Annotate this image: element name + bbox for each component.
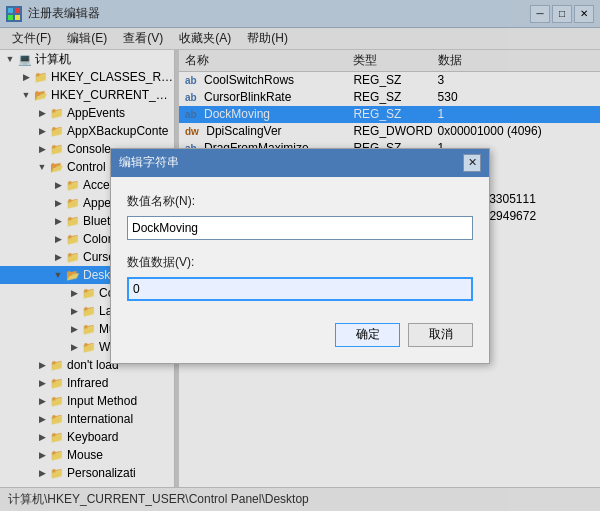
dialog-name-label: 数值名称(N): xyxy=(127,193,473,210)
dialog-overlay: 编辑字符串 ✕ 数值名称(N): 数值数据(V): 确定 取消 xyxy=(0,0,600,511)
dialog-buttons: 确定 取消 xyxy=(127,323,473,347)
dialog-data-input[interactable] xyxy=(127,277,473,301)
dialog-title-bar: 编辑字符串 ✕ xyxy=(111,149,489,177)
dialog-name-input[interactable] xyxy=(127,216,473,240)
dialog-cancel-button[interactable]: 取消 xyxy=(408,323,473,347)
dialog-data-label: 数值数据(V): xyxy=(127,254,473,271)
edit-string-dialog: 编辑字符串 ✕ 数值名称(N): 数值数据(V): 确定 取消 xyxy=(110,148,490,364)
dialog-close-button[interactable]: ✕ xyxy=(463,154,481,172)
dialog-title: 编辑字符串 xyxy=(119,154,463,171)
dialog-confirm-button[interactable]: 确定 xyxy=(335,323,400,347)
dialog-body: 数值名称(N): 数值数据(V): 确定 取消 xyxy=(111,177,489,363)
